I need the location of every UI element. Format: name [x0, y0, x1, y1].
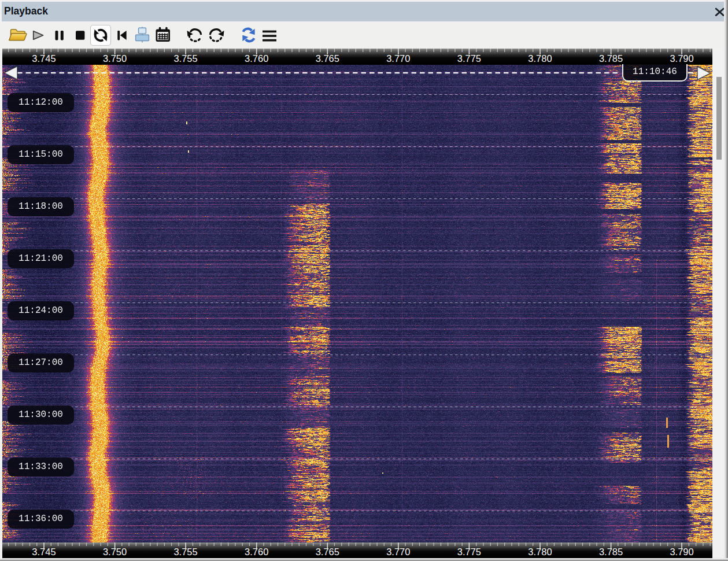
svg-text:3.755: 3.755	[173, 547, 197, 557]
svg-text:3.760: 3.760	[245, 53, 268, 64]
svg-text:3.790: 3.790	[670, 53, 693, 64]
svg-text:3.765: 3.765	[316, 53, 339, 64]
svg-text:3.760: 3.760	[245, 547, 268, 557]
svg-text:3.775: 3.775	[457, 53, 481, 64]
svg-text:3.785: 3.785	[599, 53, 623, 64]
svg-text:3.790: 3.790	[670, 547, 693, 557]
svg-text:3.765: 3.765	[316, 547, 339, 557]
svg-text:3.745: 3.745	[32, 547, 56, 557]
svg-text:3.750: 3.750	[103, 53, 127, 64]
svg-text:3.780: 3.780	[528, 53, 552, 64]
svg-text:3.785: 3.785	[599, 547, 623, 557]
svg-text:3.770: 3.770	[386, 547, 410, 557]
svg-text:3.770: 3.770	[386, 53, 410, 64]
svg-text:3.780: 3.780	[528, 547, 552, 557]
svg-text:3.755: 3.755	[173, 53, 197, 64]
svg-text:3.750: 3.750	[103, 547, 127, 557]
svg-text:3.745: 3.745	[32, 53, 56, 64]
svg-text:3.775: 3.775	[457, 547, 481, 557]
